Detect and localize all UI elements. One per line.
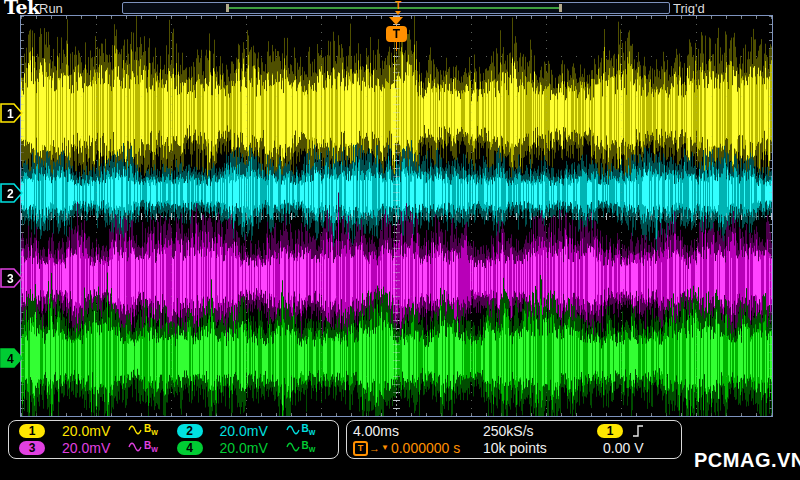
channel4-badge[interactable]: 4: [177, 441, 203, 455]
trigger-delay-icon: T: [353, 441, 368, 456]
channel-4-position-marker[interactable]: 4: [0, 348, 24, 368]
channel2-scale: 20.0mV: [220, 423, 282, 439]
channel-readout-box: 1 20.0mV BW 2 20.0mV BW 3 20.0mV: [8, 420, 339, 459]
channel3-readout: 3 20.0mV BW: [19, 440, 177, 458]
channel-1-position-marker[interactable]: 1: [0, 103, 24, 123]
sample-rate-readout: 250kS/s: [483, 423, 595, 439]
trigger-delay-readout: T→▼0.000000 s: [353, 440, 483, 456]
trigger-position-arrow-icon[interactable]: [389, 17, 403, 25]
trigger-source-readout: 1: [595, 424, 675, 438]
channel3-badge[interactable]: 3: [19, 441, 45, 455]
channel4-scale: 20.0mV: [220, 440, 282, 456]
channel-3-position-marker[interactable]: 3: [0, 268, 24, 288]
ac-coupling-icon: [128, 424, 143, 436]
graticule: [20, 15, 773, 417]
channel2-readout: 2 20.0mV BW: [177, 422, 335, 440]
svg-text:2: 2: [7, 187, 14, 201]
channel1-badge[interactable]: 1: [19, 424, 45, 438]
svg-text:4: 4: [7, 352, 14, 366]
timebase-readout: 4.00ms: [353, 423, 483, 439]
ac-coupling-icon: [286, 424, 301, 436]
svg-text:3: 3: [7, 272, 14, 286]
record-view-right-bracket[interactable]: [559, 4, 562, 12]
trigger-source-badge[interactable]: 1: [597, 424, 623, 438]
oscilloscope-screen: Tek Run T Trig'd T 1234 1 20.0mV BW: [0, 0, 800, 480]
watermark: PCMAG.VN: [694, 449, 800, 472]
ac-coupling-icon: [128, 441, 143, 453]
channel2-badge[interactable]: 2: [177, 424, 203, 438]
bandwidth-limit-icon: BW: [144, 424, 158, 438]
arrow-right-icon: →: [369, 443, 380, 454]
rising-edge-icon: [632, 424, 645, 438]
waveform-display: [21, 16, 772, 416]
bandwidth-limit-icon: BW: [144, 441, 158, 455]
svg-text:1: 1: [7, 107, 14, 121]
trigger-status: Trig'd: [673, 1, 705, 16]
record-length-readout: 10k points: [483, 440, 595, 456]
channel4-readout: 4 20.0mV BW: [177, 440, 335, 458]
triangle-down-icon: ▼: [381, 444, 389, 452]
ac-coupling-icon: [286, 441, 301, 453]
channel1-scale: 20.0mV: [62, 423, 124, 439]
acquisition-status: Run: [39, 1, 63, 16]
trigger-position-badge[interactable]: T: [386, 26, 407, 42]
channel-2-position-marker[interactable]: 2: [0, 183, 24, 203]
trigger-position-stem: [396, 42, 397, 51]
record-view-bar[interactable]: T: [122, 2, 670, 14]
bandwidth-limit-icon: BW: [302, 424, 316, 438]
trigger-level-readout: 0.00 V: [595, 440, 675, 456]
record-view-left-bracket[interactable]: [226, 4, 229, 12]
channel1-readout: 1 20.0mV BW: [19, 422, 177, 440]
bandwidth-limit-icon: BW: [302, 441, 316, 455]
channel3-scale: 20.0mV: [62, 440, 124, 456]
horizontal-trigger-readout-box: 4.00ms 250kS/s 1 T→▼0.000000 s 10k point…: [346, 420, 682, 459]
